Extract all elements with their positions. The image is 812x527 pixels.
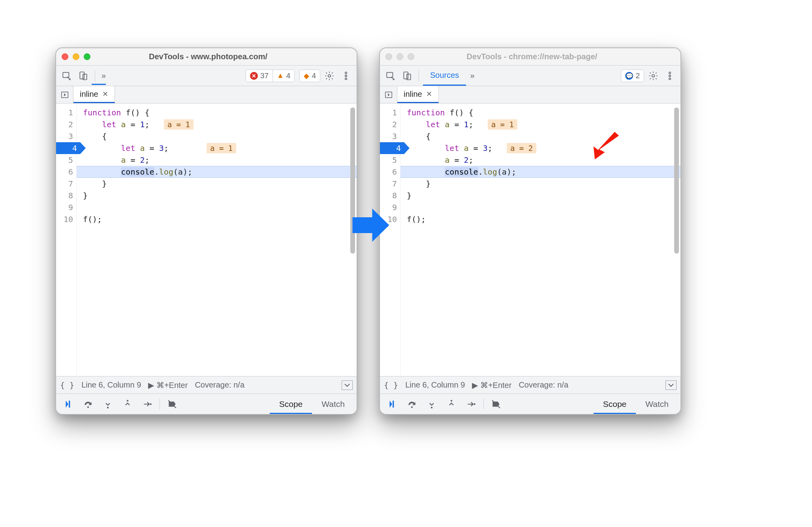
- settings-gear-icon[interactable]: [646, 68, 661, 83]
- scope-tab[interactable]: Scope: [594, 394, 636, 414]
- inline-value-line4: a = 2: [507, 143, 536, 153]
- svg-point-23: [474, 403, 476, 405]
- execution-line-marker: 4: [380, 142, 404, 154]
- token-log: log: [159, 167, 173, 177]
- svg-point-15: [652, 74, 655, 77]
- resume-button[interactable]: [58, 395, 78, 413]
- inspect-element-icon[interactable]: [383, 68, 398, 83]
- svg-point-21: [431, 407, 432, 408]
- close-window-button[interactable]: [385, 53, 392, 60]
- inline-value-line2: a = 1: [488, 119, 517, 130]
- var-a: a: [121, 155, 126, 165]
- coverage-label: Coverage: n/a: [519, 380, 568, 390]
- run-icon[interactable]: ▶: [148, 381, 154, 390]
- svg-point-22: [451, 400, 452, 401]
- separator: [160, 399, 160, 410]
- token-console: console: [121, 167, 154, 177]
- device-toolbar-icon[interactable]: [400, 68, 415, 83]
- issues-pill[interactable]: ◆4: [299, 70, 320, 82]
- separator: [419, 70, 419, 81]
- var-a: a: [445, 120, 449, 129]
- collapse-panel-icon[interactable]: [342, 380, 353, 390]
- literal-2: 2: [140, 155, 145, 165]
- warnings-count: 4: [286, 72, 291, 80]
- inline-value-line2: a = 1: [164, 119, 194, 130]
- var-a: a: [140, 143, 145, 153]
- function-name: f: [126, 108, 130, 117]
- main-toolbar: » ✕37 ▲4 ◆4: [56, 66, 357, 86]
- titlebar: DevTools - chrome://new-tab-page/: [380, 48, 680, 66]
- more-menu-icon[interactable]: [662, 68, 677, 83]
- settings-gear-icon[interactable]: [322, 68, 337, 83]
- svg-point-4: [345, 72, 347, 73]
- warnings-pill[interactable]: ▲4: [273, 70, 295, 82]
- svg-rect-1: [80, 72, 84, 79]
- step-button[interactable]: [461, 395, 481, 413]
- svg-point-20: [411, 406, 413, 408]
- scope-tab[interactable]: Scope: [270, 394, 312, 414]
- traffic-lights: [385, 53, 414, 60]
- keyword-let: let: [426, 120, 440, 129]
- step-over-button[interactable]: [402, 395, 422, 413]
- minimize-window-button[interactable]: [397, 53, 403, 60]
- console-status-group[interactable]: ✕37 ▲4: [246, 70, 295, 82]
- device-toolbar-icon[interactable]: [76, 68, 91, 83]
- step-out-button[interactable]: [442, 395, 461, 413]
- step-into-button[interactable]: [422, 395, 442, 413]
- inspect-element-icon[interactable]: [59, 68, 74, 83]
- var-a: a: [464, 143, 469, 153]
- line-gutter[interactable]: 123 4 4 5678910: [56, 104, 77, 376]
- step-into-button[interactable]: [98, 395, 118, 413]
- navigator-toggle-icon[interactable]: [380, 86, 397, 103]
- deactivate-breakpoints-button[interactable]: [162, 395, 182, 413]
- tabs-overflow-button[interactable]: »: [102, 71, 104, 80]
- function-name: f: [449, 108, 454, 117]
- collapse-panel-icon[interactable]: [665, 380, 677, 390]
- svg-point-18: [669, 78, 671, 79]
- devtools-window-right: DevTools - chrome://new-tab-page/ Source…: [379, 47, 681, 415]
- svg-point-17: [669, 75, 671, 76]
- step-out-button[interactable]: [118, 395, 137, 413]
- sources-tab[interactable]: Sources: [423, 66, 466, 86]
- zoom-window-button[interactable]: [408, 53, 414, 60]
- close-tab-icon[interactable]: ✕: [426, 90, 432, 98]
- tabs-overflow-button[interactable]: »: [470, 71, 473, 80]
- step-over-button[interactable]: [78, 395, 98, 413]
- pretty-print-button[interactable]: { }: [60, 380, 74, 390]
- svg-point-16: [669, 72, 671, 73]
- coverage-label: Coverage: n/a: [195, 380, 244, 390]
- editor-statusbar: { } Line 6, Column 9 ▶ ⌘+Enter Coverage:…: [56, 376, 357, 393]
- deactivate-breakpoints-button[interactable]: [486, 395, 506, 413]
- step-button[interactable]: [137, 395, 157, 413]
- minimize-window-button[interactable]: [73, 53, 79, 60]
- more-menu-icon[interactable]: [338, 68, 353, 83]
- code-editor[interactable]: 123 4 4 5678910 function f() { let a = 1…: [380, 104, 680, 376]
- window-title: DevTools - chrome://new-tab-page/: [423, 52, 641, 61]
- pretty-print-button[interactable]: { }: [384, 380, 398, 390]
- code-editor[interactable]: 123 4 4 5678910 function f() { let a = 1…: [56, 104, 357, 376]
- literal-3: 3: [483, 143, 488, 153]
- call-f: f();: [83, 215, 102, 224]
- file-tab-inline[interactable]: inline ✕: [397, 86, 439, 103]
- literal-1: 1: [140, 120, 145, 129]
- watch-tab[interactable]: Watch: [312, 394, 354, 414]
- var-a: a: [445, 155, 449, 165]
- messages-pill[interactable]: 💬2: [621, 70, 644, 82]
- errors-pill[interactable]: ✕37: [246, 70, 273, 82]
- traffic-lights: [62, 53, 90, 60]
- run-icon[interactable]: ▶: [472, 381, 478, 390]
- close-tab-icon[interactable]: ✕: [102, 90, 108, 98]
- svg-rect-13: [404, 72, 408, 79]
- close-window-button[interactable]: [62, 53, 68, 60]
- resume-button[interactable]: [382, 395, 402, 413]
- navigator-toggle-icon[interactable]: [56, 86, 73, 103]
- devtools-window-left: DevTools - www.photopea.com/ » ✕37 ▲4 ◆4: [55, 47, 357, 415]
- call-args: (a);: [173, 167, 192, 177]
- titlebar: DevTools - www.photopea.com/: [56, 48, 357, 66]
- file-tab-inline[interactable]: inline ✕: [73, 86, 115, 103]
- call-f: f();: [407, 215, 426, 224]
- transition-arrow-icon: [348, 205, 393, 245]
- watch-tab[interactable]: Watch: [636, 394, 678, 414]
- literal-3: 3: [159, 143, 164, 153]
- zoom-window-button[interactable]: [84, 53, 90, 60]
